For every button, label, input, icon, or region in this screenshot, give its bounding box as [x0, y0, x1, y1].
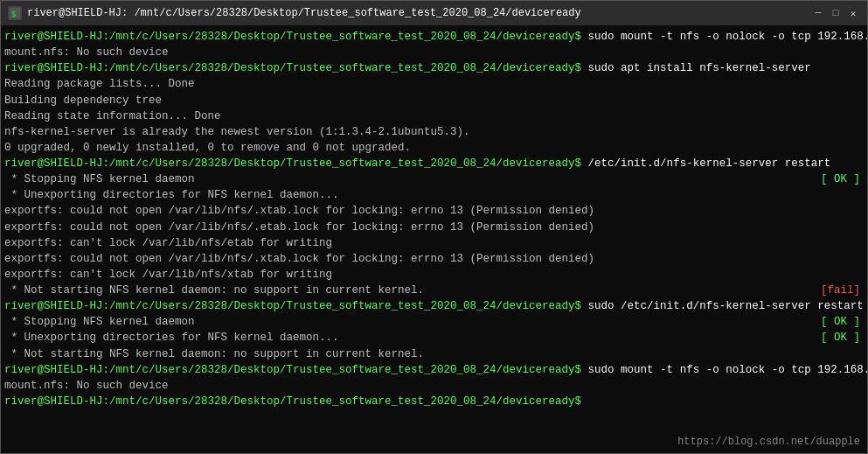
terminal-line: Reading package lists... Done: [4, 76, 864, 92]
title-bar-left: $ river@SHIELD-HJ: /mnt/c/Users/28328/De…: [8, 6, 581, 20]
watermark: https://blog.csdn.net/duapple: [677, 436, 860, 448]
terminal-line: Building dependency tree: [4, 93, 864, 108]
terminal-line: exportfs: could not open /var/lib/nfs/.e…: [4, 220, 864, 235]
terminal-line: * Unexporting directories for NFS kernel…: [4, 187, 864, 203]
terminal-line: * Stopping NFS kernel daemon[ OK ]: [4, 314, 864, 330]
window-controls: ─ □ ✕: [811, 6, 860, 20]
terminal-line: exportfs: can't lock /var/lib/nfs/etab f…: [4, 235, 864, 251]
terminal-line: exportfs: could not open /var/lib/nfs/.x…: [4, 203, 864, 219]
terminal-line: mount.nfs: No such device: [4, 45, 864, 60]
terminal-line: * Not starting NFS kernel daemon: no sup…: [4, 283, 864, 298]
terminal-line: river@SHIELD-HJ:/mnt/c/Users/28328/Deskt…: [4, 60, 864, 76]
terminal-icon: $: [8, 6, 22, 20]
terminal-line: 0 upgraded, 0 newly installed, 0 to remo…: [4, 140, 864, 156]
terminal-line: river@SHIELD-HJ:/mnt/c/Users/28328/Deskt…: [4, 394, 864, 409]
terminal-line: * Not starting NFS kernel daemon: no sup…: [4, 346, 864, 362]
maximize-button[interactable]: □: [829, 6, 843, 20]
minimize-button[interactable]: ─: [811, 6, 825, 20]
terminal-line: Reading state information... Done: [4, 108, 864, 124]
terminal-line: river@SHIELD-HJ:/mnt/c/Users/28328/Deskt…: [4, 298, 864, 314]
terminal-line: exportfs: could not open /var/lib/nfs/.x…: [4, 251, 864, 267]
terminal-line: * Unexporting directories for NFS kernel…: [4, 330, 864, 346]
terminal-window: $ river@SHIELD-HJ: /mnt/c/Users/28328/De…: [0, 0, 868, 454]
terminal-line: exportfs: can't lock /var/lib/nfs/xtab f…: [4, 267, 864, 283]
window-title: river@SHIELD-HJ: /mnt/c/Users/28328/Desk…: [27, 7, 581, 19]
terminal-body[interactable]: river@SHIELD-HJ:/mnt/c/Users/28328/Deskt…: [1, 25, 867, 453]
terminal-line: mount.nfs: No such device: [4, 378, 864, 394]
terminal-line: river@SHIELD-HJ:/mnt/c/Users/28328/Deskt…: [4, 156, 864, 171]
terminal-line: river@SHIELD-HJ:/mnt/c/Users/28328/Deskt…: [4, 362, 864, 378]
terminal-line: river@SHIELD-HJ:/mnt/c/Users/28328/Deskt…: [4, 29, 864, 45]
close-button[interactable]: ✕: [846, 6, 860, 20]
title-bar: $ river@SHIELD-HJ: /mnt/c/Users/28328/De…: [1, 1, 867, 25]
svg-text:$: $: [11, 10, 16, 18]
terminal-line: * Stopping NFS kernel daemon[ OK ]: [4, 171, 864, 187]
terminal-line: nfs-kernel-server is already the newest …: [4, 124, 864, 140]
